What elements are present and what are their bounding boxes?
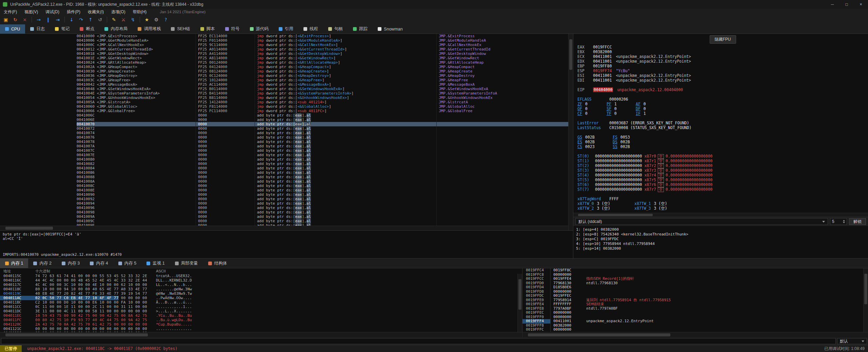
register-line[interactable] [577,116,868,121]
disasm-row[interactable]: 00410048 <JMP.&SetWindowsHookExA>FF25 B0… [0,87,568,91]
disasm-row[interactable]: 0041009A0000add byte ptr ds:[eax],al [0,214,568,219]
disasm-row[interactable]: 00410012 <JMP.&GetCurrentThreadId>FF25 A… [0,47,568,51]
register-line[interactable]: EBX00382000 [577,49,868,54]
register-line[interactable] [577,192,868,196]
tab-references[interactable]: 引用 [274,24,298,34]
register-line[interactable]: x87TW_23 (空)x87TW_33 (空) [577,206,868,211]
stack-row[interactable]: 0019FFC800000000 [522,273,868,277]
hex-row[interactable]: 004011FC00 80 42 75 10 F9 93 77 40 4C 44… [0,318,522,322]
argument-row[interactable]: 4: [esp+10] 77958944 ntdll.77958944 [576,242,865,246]
tab-symbols[interactable]: 符号 [220,24,245,34]
argument-row[interactable]: 3: [esp+C] 0019FFDC [576,237,865,242]
menu-plugins[interactable]: 插件(P) [63,9,84,15]
disasm-row[interactable]: 00410000 <JMP.&ExitProcess>FF25 EC114000… [0,34,568,38]
stack-row[interactable]: 0019FFF800382000 [522,324,868,328]
disasm-row[interactable]: 0041006E0000add byte ptr ds:[eax],al [0,118,568,122]
disasm-row[interactable]: 00410018 <JMP.&GetDesktopWindow>FF25 A41… [0,51,568,56]
disasm-row[interactable]: 0041007A0000add byte ptr ds:[eax],al [0,144,568,148]
stack-row[interactable]: 0019FFD4D185B0E6 [522,285,868,290]
tab-log[interactable]: 日志 [25,24,50,34]
disasm-row[interactable]: 0041007E0000add byte ptr ds:[eax],al [0,153,568,157]
tab-trace[interactable]: 跟踪 [348,24,373,34]
disasm-row[interactable]: 004100980000add byte ptr ds:[eax],al [0,210,568,214]
tab-struct[interactable]: 结构体 [203,258,232,268]
register-line[interactable]: EIP00404000unpackme_aspack2.12.00404000 [577,87,868,92]
tab-memory-2[interactable]: 内存 2 [28,258,56,268]
register-line[interactable]: ZF0PF1AF0 [577,102,868,106]
disasm-row[interactable]: 0041009E0000add byte ptr ds:[eax],al [0,223,568,226]
settings-gear-button[interactable]: ⚙ [152,16,161,24]
disasm-row[interactable]: 00410036 <JMP.&HeapDestroy>FF25 0C124000… [0,74,568,78]
register-line[interactable]: EBP0019FF80 [577,64,868,68]
minimize-button[interactable]: ─ [825,0,840,9]
register-line[interactable]: x87TagWordFFFF [577,196,868,201]
disasm-row[interactable]: 0041008E0000add byte ptr ds:[eax],al [0,188,568,192]
stack-row[interactable]: 0019FFE4FFFFFFFFSEH链结束 [522,302,868,307]
disasm-row[interactable]: 0041008C0000add byte ptr ds:[eax],al [0,184,568,188]
disasm-row[interactable]: 0041001E <JMP.&GetWindowRect>FF25 A81140… [0,56,568,60]
argument-row[interactable]: 1: [esp+4] 00382000 [576,227,865,232]
patch-button[interactable]: ✎ [110,16,118,24]
disasm-row[interactable]: 004100960000add byte ptr ds:[eax],al [0,206,568,210]
disasm-row[interactable]: 00410030 <JMP.&HeapCreate>FF25 08124000j… [0,69,568,74]
help-button[interactable]: ? [161,16,170,24]
tab-seh[interactable]: SEH链 [166,24,195,34]
register-line[interactable]: EFLAGS00000206 [577,97,868,102]
menu-options[interactable]: 选项(O) [107,9,129,15]
register-line[interactable]: EAX0019FFCC [577,45,868,49]
register-line[interactable]: ST(4)00000000000000000000 x87r4空0.000000… [577,173,868,178]
disasm-row[interactable]: 004100720000add byte ptr ds:[eax],al [0,126,568,131]
stack-row[interactable]: 0019FFCC0019FFE4指向SEH_Record[1]的指针 [522,277,868,281]
argument-row[interactable]: 5: [esp+14] 00382000 [576,246,865,251]
register-line[interactable]: ESI00411001<unpackme_aspack2.12.EntryPoi… [577,73,868,78]
open-file-button[interactable]: ▣ [1,16,10,24]
hex-row[interactable]: 0040119C40 EB 4E 77 20 82 4E 77 F0 33 4E… [0,291,522,296]
run-to-user-code-button[interactable]: ⇥ [53,16,62,24]
inject-syringe-button[interactable]: ↯ [129,16,137,24]
disasm-row[interactable]: 004100900000add byte ptr ds:[eax],al [0,192,568,197]
maximize-button[interactable]: □ [840,0,854,9]
register-line[interactable]: ST(3)00000000000000000000 x87r3空0.000000… [577,168,868,173]
command-profile-select[interactable]: 默认 [837,338,867,344]
disasm-row[interactable]: 0041003C <JMP.&HeapFree>FF25 10124000jmp… [0,78,568,82]
tab-threads[interactable]: 线程 [298,24,323,34]
register-line[interactable]: EDX00411001<unpackme_aspack2.12.EntryPoi… [577,59,868,64]
restart-button[interactable]: ↻ [11,16,20,24]
tab-locals[interactable]: 局部变量 [170,258,203,268]
step-back-button[interactable]: ↺ [96,16,104,24]
disassembly-vscrollbar[interactable] [568,34,573,230]
hex-row[interactable]: 004011EC10 59 43 75 00 90 42 75 00 90 42… [0,313,522,318]
disasm-row[interactable]: 00410042 <JMP.&MessageBoxA>FF25 AC114000… [0,82,568,87]
close-debuggee-button[interactable]: × [20,16,29,24]
hex-row[interactable]: 0040115C74 72 63 61 74 41 00 00 00 55 53… [0,274,522,278]
hex-row[interactable]: 004011AC02 0C 50 77 C0 EB 4E 77 10 4F 4F… [0,296,522,300]
disasm-row[interactable]: 004100740000add byte ptr ds:[eax],al [0,131,568,135]
command-input[interactable] [1,338,836,344]
tab-memory-3[interactable]: 内存 3 [57,258,85,268]
stack-row[interactable]: 0019FFD077968130ntdll.77968130 [522,281,868,286]
register-line[interactable]: ECX00411001<unpackme_aspack2.12.EntryPoi… [577,54,868,59]
tab-memory-map[interactable]: 内存布局 [99,24,133,34]
disasm-row[interactable]: 00410066 <JMP.&GlobalFree>FF25 FC114000j… [0,109,568,113]
pause-button[interactable]: ∥ [44,16,53,24]
argument-row[interactable]: 2: [esp+8] 75426340 <kernel32.BaseThread… [576,232,865,237]
disasm-row[interactable]: 0041006C0000add byte ptr ds:[eax],al [0,113,568,118]
tab-memory-5[interactable]: 内存 5 [113,258,141,268]
unlock-button[interactable]: 解锁 [849,218,866,225]
register-line[interactable]: GS002BFS0053 [577,135,868,140]
disasm-row[interactable]: 004100920000add byte ptr ds:[eax],al [0,197,568,201]
favorites-star-button[interactable]: ★ [142,16,151,24]
register-line[interactable] [577,149,868,154]
stack-row[interactable]: 0019FFE87797A0BFntdll.7797A0BF [522,307,868,311]
register-line[interactable]: ST(5)00000000000000000000 x87r5空0.000000… [577,178,868,182]
hex-row[interactable]: 004011CC0C 11 00 00 1E 11 00 00 2C 11 00… [0,305,522,309]
disasm-row[interactable]: 0041005A <JMP.&lstrcatA>FF25 14124000jmp… [0,100,568,104]
stack-row[interactable]: 0019FFE077958914返回到 ntdll.77958914 自 ntd… [522,298,868,303]
register-line[interactable]: LastStatusC0150008 (STATUS_SXS_KEY_NOT_F… [577,125,868,130]
register-line[interactable]: ES002BDS002B [577,140,868,144]
registers-hscrollbar[interactable] [573,213,868,217]
menu-favourites[interactable]: 收藏夹(I) [84,9,107,15]
menu-debug[interactable]: 调试(D) [42,9,63,15]
register-line[interactable]: ST(1)00000000000000000000 x87r1空0.000000… [577,159,868,163]
tab-script[interactable]: 脚本 [195,24,220,34]
